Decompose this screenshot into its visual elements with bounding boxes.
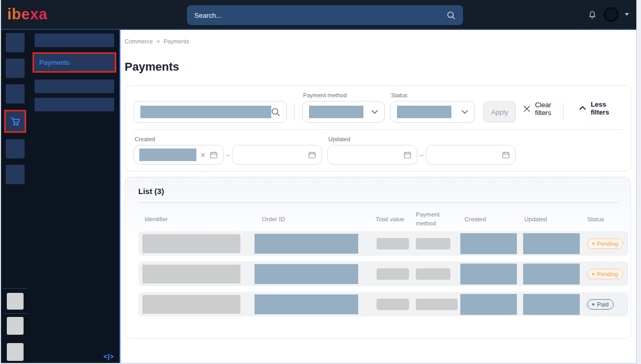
subnav-item-payments-active[interactable]: Payments <box>34 54 115 71</box>
redacted-search-value <box>140 106 271 118</box>
payments-list-panel: List (3) Identifier Order ID Total value… <box>125 177 631 339</box>
apply-button[interactable]: Apply <box>483 101 516 122</box>
created-to-date-input[interactable] <box>232 145 322 165</box>
magnifier-icon <box>271 108 280 117</box>
calendar-icon[interactable] <box>209 151 218 159</box>
updated-to-date-input[interactable] <box>426 145 516 165</box>
column-header-identifier: Identifier <box>138 216 255 222</box>
status-select[interactable] <box>390 101 475 123</box>
status-badge: Pending <box>587 238 623 249</box>
redacted-status-value <box>397 106 451 118</box>
search-icon <box>447 11 456 20</box>
updated-range-group: Updated – <box>327 136 516 165</box>
range-dash: – <box>417 151 426 159</box>
created-range-group: Created ✕ – <box>134 136 322 165</box>
redacted-updated <box>523 233 580 254</box>
clear-x-icon <box>523 105 531 112</box>
rail-bottom-item-2[interactable] <box>7 317 24 335</box>
rail-bottom-group <box>3 288 28 361</box>
calendar-icon[interactable] <box>308 151 316 159</box>
filters-panel: Payment method Status <box>125 85 631 172</box>
filters-row-1: Payment method Status <box>134 92 622 123</box>
redacted-payment-method <box>416 238 450 249</box>
column-header-total-value: Total value <box>371 216 416 222</box>
filters-row-2: Created ✕ – <box>134 136 622 165</box>
table-row[interactable]: Pending <box>138 261 628 286</box>
list-divider <box>138 202 618 203</box>
global-search-input[interactable]: Search... <box>187 5 463 25</box>
redacted-order-id <box>255 264 358 284</box>
filter-search-input[interactable] <box>134 101 287 123</box>
rail-item-5[interactable] <box>6 139 25 158</box>
payment-method-filter-group: Payment method <box>302 92 385 123</box>
rail-item-2[interactable] <box>6 59 25 78</box>
clear-filters-label: Clear filters <box>535 101 563 117</box>
rail-divider <box>3 288 28 289</box>
ibexa-logo[interactable]: ibexa <box>7 6 48 23</box>
app-window: ibexa Search... <box>0 0 641 364</box>
breadcrumb: Commerce > Payments <box>125 38 631 44</box>
updated-label: Updated <box>327 136 516 142</box>
table-row[interactable]: Paid <box>138 292 628 316</box>
subnav-item-4[interactable] <box>35 98 114 111</box>
subnav-item-1[interactable] <box>35 33 114 47</box>
rail-item-1[interactable] <box>6 33 25 52</box>
breadcrumb-payments: Payments <box>163 38 189 44</box>
redacted-created <box>460 294 517 315</box>
rail-bottom-item-1[interactable] <box>7 293 24 310</box>
topbar: ibexa Search... <box>1 0 636 30</box>
search-placeholder: Search... <box>194 12 447 19</box>
main-content: Commerce > Payments Payments Payment met <box>120 30 636 363</box>
column-header-created: Created <box>460 216 523 222</box>
payment-method-select[interactable] <box>302 101 385 123</box>
column-header-payment-method: Payment method <box>416 210 446 228</box>
status-badge: Paid <box>587 299 614 310</box>
collapse-panel-icon[interactable]: <|> <box>104 353 114 360</box>
rail-item-commerce-active[interactable] <box>4 110 26 133</box>
redacted-created <box>460 264 517 285</box>
status-dot-icon <box>592 303 594 305</box>
status-label: Status <box>390 92 475 98</box>
column-header-status: Status <box>587 216 628 222</box>
rail-item-3[interactable] <box>6 84 25 104</box>
chevron-up-icon <box>579 106 586 110</box>
payment-method-label: Payment method <box>302 92 385 98</box>
redacted-order-id <box>255 234 358 254</box>
subnav-item-3[interactable] <box>35 79 114 93</box>
chevron-down-icon <box>371 110 378 114</box>
page-title: Payments <box>125 60 631 74</box>
vertical-scrollbar[interactable] <box>636 0 641 364</box>
user-menu-caret-icon[interactable] <box>625 13 629 16</box>
rail-item-6[interactable] <box>6 165 25 184</box>
breadcrumb-commerce[interactable]: Commerce <box>125 38 153 44</box>
filters-row-divider <box>134 129 622 130</box>
status-dot-icon <box>592 243 594 245</box>
filter-divider <box>563 104 563 120</box>
redacted-payment-method <box>416 299 458 310</box>
clear-filters-button[interactable]: Clear filters <box>523 101 563 117</box>
created-from-date-input[interactable]: ✕ <box>134 145 224 165</box>
status-filter-group: Status <box>390 92 475 123</box>
updated-from-date-input[interactable] <box>327 145 417 165</box>
commerce-subnav: Payments <|> <box>29 30 120 363</box>
filter-divider <box>294 104 295 120</box>
table-header-row: Identifier Order ID Total value Payment … <box>138 207 628 231</box>
table-row[interactable]: Pending <box>138 231 628 256</box>
status-dot-icon <box>592 273 594 275</box>
column-header-updated: Updated <box>523 216 587 222</box>
calendar-icon[interactable] <box>502 151 510 159</box>
redacted-created-from-value <box>139 149 196 161</box>
calendar-icon[interactable] <box>403 151 412 159</box>
less-filters-toggle[interactable]: Less filters <box>579 100 620 116</box>
rail-bottom-item-3[interactable] <box>7 343 24 361</box>
user-avatar[interactable] <box>604 7 618 22</box>
redacted-updated <box>523 264 580 285</box>
bell-icon[interactable] <box>587 9 598 20</box>
clear-date-icon[interactable]: ✕ <box>200 152 206 158</box>
redacted-identifier <box>142 265 240 283</box>
chevron-down-icon <box>461 110 468 114</box>
subnav-payments-label: Payments <box>39 59 70 66</box>
column-header-order-id: Order ID <box>255 216 371 222</box>
redacted-payment-method <box>416 268 450 280</box>
redacted-updated <box>523 294 580 315</box>
